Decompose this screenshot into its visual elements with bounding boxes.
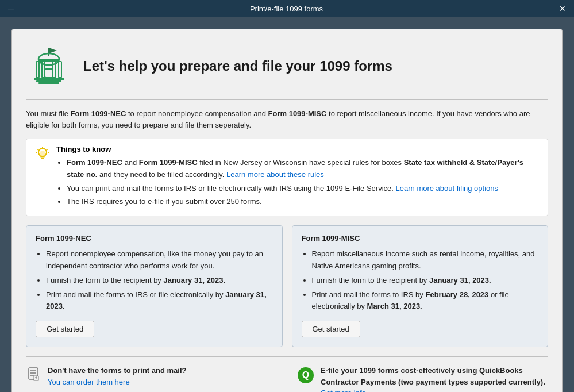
svg-rect-18 <box>40 156 45 158</box>
efile-text: E-file your 1099 forms cost-effectively … <box>321 365 548 392</box>
forms-text: Don't have the forms to print and mail? … <box>48 365 186 387</box>
get-more-info-link[interactable]: Get more info <box>321 389 366 392</box>
svg-rect-10 <box>38 82 59 84</box>
title-bar-left: ─ <box>6 3 16 14</box>
lightbulb-icon <box>34 146 51 162</box>
svg-text:Q: Q <box>302 370 309 380</box>
dialog-title: Let's help you prepare and file your 109… <box>83 58 392 74</box>
bottom-left-col: Don't have the forms to print and mail? … <box>26 365 278 392</box>
title-bar: ─ Print/e-file 1099 forms ✕ <box>0 0 574 17</box>
card-misc-title: Form 1099-MISC <box>302 234 539 243</box>
quickbooks-icon: Q <box>296 366 315 385</box>
card-nec-item-3: Print and mail the forms to IRS or file … <box>46 289 273 313</box>
card-misc-item-3: Print and mail the forms to IRS by Febru… <box>312 289 539 313</box>
forms-bold-text: Don't have the forms to print and mail? <box>48 366 186 375</box>
misc-get-started-button[interactable]: Get started <box>302 321 360 337</box>
header-divider <box>26 99 548 100</box>
dialog-outer: Let's help you prepare and file your 109… <box>0 17 574 392</box>
card-1099-nec: Form 1099-NEC Report nonemployee compens… <box>26 225 283 347</box>
learn-more-rules-link[interactable]: Learn more about these rules <box>226 170 324 179</box>
bottom-item-efile: Q E-file your 1099 forms cost-effectivel… <box>296 365 548 392</box>
things-list: Form 1099-NEC and Form 1099-MISC filed i… <box>67 157 540 208</box>
card-nec-item-1: Report nonemployee compensation, like th… <box>46 248 273 272</box>
minimize-button[interactable]: ─ <box>6 3 16 14</box>
document-icon <box>26 366 42 382</box>
svg-line-14 <box>47 149 48 151</box>
card-nec-item-2: Furnish the form to the recipient by Jan… <box>46 275 273 287</box>
bottom-row: Don't have the forms to print and mail? … <box>26 356 548 392</box>
things-item-2: You can print and mail the forms to IRS … <box>67 183 540 195</box>
svg-line-16 <box>38 149 39 151</box>
svg-rect-3 <box>38 59 59 62</box>
learn-more-filing-link[interactable]: Learn more about filing options <box>396 184 499 193</box>
card-nec-list: Report nonemployee compensation, like th… <box>46 248 273 313</box>
svg-rect-4 <box>36 62 39 78</box>
bottom-item-forms: Don't have the forms to print and mail? … <box>26 365 278 387</box>
title-bar-right: ✕ <box>557 3 568 14</box>
card-nec-title: Form 1099-NEC <box>36 234 273 243</box>
card-misc-item-2: Furnish the form to the recipient by Jan… <box>312 275 539 287</box>
close-button[interactable]: ✕ <box>557 3 568 14</box>
intro-text: You must file Form 1099-NEC to report no… <box>26 108 548 130</box>
header-row: Let's help you prepare and file your 109… <box>26 43 548 89</box>
bottom-divider <box>287 365 287 392</box>
efile-bold: E-file your 1099 forms cost-effectively … <box>321 366 545 386</box>
cards-row: Form 1099-NEC Report nonemployee compens… <box>26 225 548 347</box>
things-content: Things to know Form 1099-NEC and Form 10… <box>56 145 540 210</box>
card-1099-misc: Form 1099-MISC Report miscellaneous inco… <box>292 225 549 347</box>
things-to-know-box: Things to know Form 1099-NEC and Form 10… <box>26 139 548 216</box>
svg-marker-1 <box>49 48 57 53</box>
svg-rect-19 <box>41 158 44 159</box>
card-misc-list: Report miscellaneous income such as rent… <box>312 248 539 313</box>
nec-get-started-button[interactable]: Get started <box>36 321 94 337</box>
things-item-3: The IRS requires you to e-file if you su… <box>67 196 540 208</box>
bottom-right-col: Q E-file your 1099 forms cost-effectivel… <box>296 365 548 392</box>
things-title: Things to know <box>56 145 540 153</box>
building-icon <box>26 43 72 89</box>
svg-rect-11 <box>45 69 53 78</box>
dialog: Let's help you prepare and file your 109… <box>11 29 563 392</box>
order-forms-link[interactable]: You can order them here <box>48 378 130 386</box>
title-bar-title: Print/e-file 1099 forms <box>16 5 557 13</box>
svg-rect-9 <box>36 80 61 82</box>
card-misc-item-1: Report miscellaneous income such as rent… <box>312 248 539 272</box>
things-item-1: Form 1099-NEC and Form 1099-MISC filed i… <box>67 157 540 181</box>
svg-rect-5 <box>59 62 61 78</box>
